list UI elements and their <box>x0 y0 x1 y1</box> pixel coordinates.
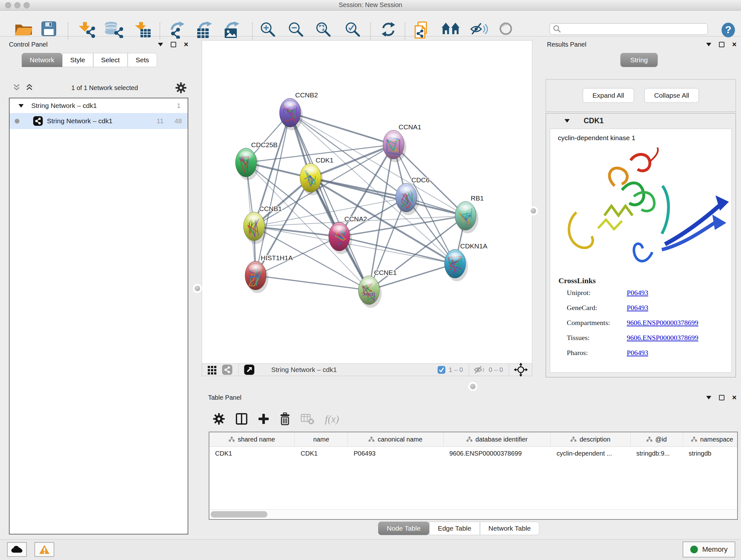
tab-edge-table[interactable]: Edge Table <box>429 522 480 535</box>
network-edge[interactable] <box>256 275 369 290</box>
table-cell[interactable]: P06493 <box>348 447 444 460</box>
table-gear-icon[interactable] <box>212 413 225 425</box>
network-node-rb1[interactable]: RB1 <box>455 194 484 233</box>
expand-all-icon[interactable] <box>25 83 35 92</box>
refresh-button[interactable] <box>381 21 396 39</box>
network-edge[interactable] <box>256 113 290 275</box>
zoom-in-button[interactable] <box>260 21 276 39</box>
column-header[interactable]: database identifier <box>444 432 551 446</box>
tab-string[interactable]: String <box>620 53 658 67</box>
import-network-file-button[interactable] <box>78 21 96 39</box>
table-cell[interactable]: stringdb:9... <box>630 447 683 460</box>
column-header[interactable]: description <box>551 432 630 446</box>
network-node-ccna1[interactable]: CCNA1 <box>383 123 421 162</box>
network-edge[interactable] <box>254 226 339 237</box>
panel-menu-icon[interactable] <box>158 43 163 46</box>
network-edge[interactable] <box>290 113 466 216</box>
show-eye-button[interactable] <box>498 21 513 37</box>
right-splitter-handle[interactable] <box>531 208 536 213</box>
string-copy-button[interactable] <box>414 21 430 41</box>
float-panel-icon[interactable] <box>171 42 176 47</box>
column-header[interactable]: shared name <box>209 432 295 446</box>
import-network-database-button[interactable] <box>104 21 125 39</box>
delete-trash-icon[interactable] <box>280 413 290 425</box>
crosslink-link[interactable]: P06493 <box>627 349 648 357</box>
network-node-ccne1[interactable]: CCNE1 <box>358 269 397 308</box>
table-cell[interactable]: stringdb <box>683 447 738 460</box>
network-view[interactable]: CCNB2CCNA1CDC25BCDK1CDC6RB1CCNB1CCNA2CDK… <box>202 40 532 376</box>
export-table-button[interactable] <box>196 21 214 40</box>
network-node-ccnb2[interactable]: CCNB2 <box>280 91 318 130</box>
pan-crosshair-icon[interactable] <box>514 362 528 377</box>
export-image-button[interactable] <box>223 21 242 40</box>
table-cell[interactable]: CDK1 <box>295 447 348 460</box>
zoom-selected-button[interactable] <box>345 21 361 39</box>
network-row[interactable]: String Network – cdk1 11 48 <box>10 113 188 129</box>
crosslink-link[interactable]: 9606.ENSP00000378699 <box>627 334 698 342</box>
warning-status-button[interactable] <box>35 542 54 557</box>
crosslink-link[interactable]: P06493 <box>627 289 648 297</box>
column-header[interactable]: name <box>295 432 348 446</box>
detach-view-icon[interactable] <box>244 364 255 375</box>
selected-checkbox-icon[interactable] <box>437 366 446 374</box>
gear-icon[interactable] <box>175 82 187 94</box>
search-field[interactable] <box>549 23 708 35</box>
collection-expander-icon[interactable] <box>18 104 23 108</box>
crosslink-link[interactable]: 9606.ENSP00000378699 <box>627 319 698 327</box>
scrollbar-thumb[interactable] <box>211 511 267 517</box>
save-session-button[interactable] <box>42 21 57 38</box>
table-cell[interactable]: 9606.ENSP00000378699 <box>444 447 551 460</box>
float-panel-icon[interactable] <box>719 395 724 400</box>
network-node-ccna2[interactable]: CCNA2 <box>329 215 367 254</box>
grid-view-icon[interactable] <box>207 365 217 375</box>
bottom-splitter-handle[interactable] <box>470 384 475 389</box>
network-edge[interactable] <box>290 113 394 145</box>
hide-labels-button[interactable] <box>470 21 488 37</box>
network-canvas[interactable]: CCNB2CCNA1CDC25BCDK1CDC6RB1CCNB1CCNA2CDK… <box>202 41 532 364</box>
table-row[interactable]: CDK1 CDK1 P06493 9606.ENSP00000378699 cy… <box>209 447 737 460</box>
protein-expander-icon[interactable] <box>564 119 569 123</box>
add-icon[interactable] <box>258 413 269 425</box>
collapse-all-button[interactable]: Collapse All <box>644 88 699 103</box>
close-panel-icon[interactable]: × <box>732 41 737 48</box>
show-columns-icon[interactable] <box>235 413 248 425</box>
crosslink-link[interactable]: P06493 <box>627 304 648 312</box>
open-session-button[interactable] <box>14 21 34 38</box>
tab-select[interactable]: Select <box>93 53 128 67</box>
network-edge[interactable] <box>290 113 369 290</box>
import-table-button[interactable] <box>135 21 151 39</box>
panel-menu-icon[interactable] <box>706 396 711 399</box>
protein-result-header[interactable]: CDK1 <box>546 113 736 128</box>
tab-style[interactable]: Style <box>62 53 93 67</box>
table-cell[interactable]: CDK1 <box>209 447 295 460</box>
search-input[interactable] <box>561 25 708 33</box>
panel-menu-icon[interactable] <box>706 43 711 46</box>
close-panel-icon[interactable]: × <box>184 41 188 48</box>
help-button[interactable]: ? <box>721 22 736 39</box>
tab-network[interactable]: Network <box>22 53 62 67</box>
memory-button[interactable]: Memory <box>683 542 735 557</box>
float-panel-icon[interactable] <box>719 42 724 47</box>
zoom-out-button[interactable] <box>288 21 305 39</box>
column-header[interactable]: canonical name <box>348 432 444 446</box>
column-header[interactable]: @id <box>630 432 683 446</box>
fit-content-button[interactable] <box>315 21 332 39</box>
network-collection-row[interactable]: String Network – cdk1 1 <box>10 98 188 113</box>
network-node-cdkn1a[interactable]: CDKN1A <box>445 242 487 281</box>
table-horizontal-scrollbar[interactable] <box>209 509 737 519</box>
tab-network-table[interactable]: Network Table <box>480 522 540 535</box>
cloud-status-button[interactable] <box>7 542 27 557</box>
expand-all-button[interactable]: Expand All <box>583 88 634 103</box>
network-edge[interactable] <box>369 264 455 290</box>
tab-node-table[interactable]: Node Table <box>378 522 429 535</box>
left-splitter-handle[interactable] <box>195 286 200 291</box>
network-node-hist1h1a[interactable]: HIST1H1A <box>245 254 293 293</box>
close-panel-icon[interactable]: × <box>732 394 737 401</box>
table-cell[interactable]: cyclin-dependent ... <box>551 447 630 460</box>
column-header[interactable]: namespace <box>683 432 738 446</box>
export-network-button[interactable] <box>169 21 188 40</box>
tab-sets[interactable]: Sets <box>128 53 157 67</box>
network-node-cdc6[interactable]: CDC6 <box>396 176 429 215</box>
network-view-share-icon[interactable] <box>222 364 232 375</box>
string-home-button[interactable] <box>441 21 461 37</box>
